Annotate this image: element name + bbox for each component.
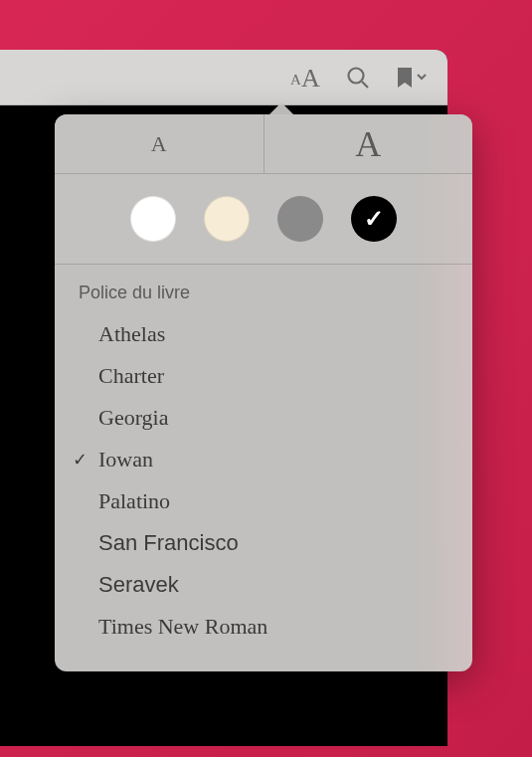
increase-text-size-button[interactable]: A bbox=[265, 114, 473, 173]
font-section-header: Police du livre bbox=[55, 283, 472, 313]
font-option-san-francisco[interactable]: San Francisco bbox=[55, 522, 472, 564]
svg-point-2 bbox=[349, 68, 364, 83]
appearance-popover: A A ✓ Police du livre AthelasCharterGeor… bbox=[55, 114, 472, 671]
theme-row: ✓ bbox=[55, 174, 472, 265]
theme-gray-swatch[interactable] bbox=[277, 196, 323, 242]
font-option-label: Georgia bbox=[98, 405, 168, 431]
checkmark-icon: ✓ bbox=[364, 205, 384, 233]
font-option-label: Times New Roman bbox=[98, 614, 267, 640]
theme-black-swatch[interactable]: ✓ bbox=[351, 196, 397, 242]
appearance-icon[interactable]: A A bbox=[290, 66, 322, 90]
font-option-iowan[interactable]: ✓Iowan bbox=[55, 439, 472, 480]
font-option-seravek[interactable]: Seravek bbox=[55, 564, 472, 606]
svg-text:A: A bbox=[290, 72, 301, 88]
font-option-label: Athelas bbox=[98, 321, 165, 347]
decrease-text-size-button[interactable]: A bbox=[55, 114, 265, 173]
font-option-athelas[interactable]: Athelas bbox=[55, 313, 472, 355]
search-icon[interactable] bbox=[346, 66, 370, 90]
theme-sepia-swatch[interactable] bbox=[204, 196, 250, 242]
bookmark-icon[interactable] bbox=[394, 66, 428, 90]
font-section: Police du livre AthelasCharterGeorgia✓Io… bbox=[55, 265, 472, 671]
font-option-label: San Francisco bbox=[98, 530, 239, 556]
font-option-georgia[interactable]: Georgia bbox=[55, 397, 472, 439]
theme-white-swatch[interactable] bbox=[130, 196, 176, 242]
font-option-charter[interactable]: Charter bbox=[55, 355, 472, 397]
font-list: AthelasCharterGeorgia✓IowanPalatinoSan F… bbox=[55, 313, 472, 648]
svg-line-3 bbox=[362, 82, 368, 88]
font-option-times-new-roman[interactable]: Times New Roman bbox=[55, 606, 472, 648]
svg-text:A: A bbox=[301, 66, 320, 90]
text-size-row: A A bbox=[55, 114, 472, 174]
toolbar: A A bbox=[0, 50, 447, 105]
font-option-label: Iowan bbox=[98, 447, 153, 473]
font-option-palatino[interactable]: Palatino bbox=[55, 480, 472, 522]
font-option-label: Charter bbox=[98, 363, 164, 389]
font-option-label: Seravek bbox=[98, 572, 179, 598]
checkmark-icon: ✓ bbox=[73, 449, 88, 471]
font-option-label: Palatino bbox=[98, 488, 170, 514]
